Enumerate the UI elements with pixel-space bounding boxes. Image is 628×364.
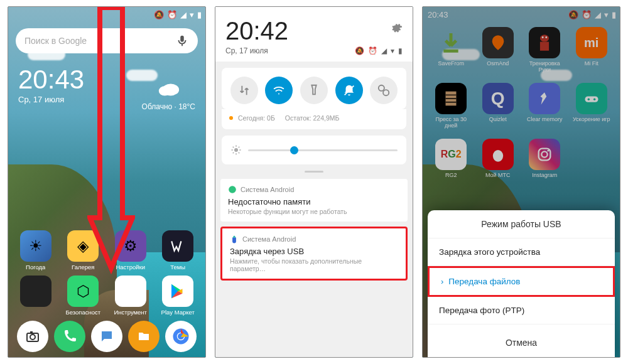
svg-point-20 [229, 186, 236, 193]
sheet-cancel-button[interactable]: Отмена [428, 328, 615, 357]
notif-body: Нажмите, чтобы показать дополнительные п… [230, 257, 398, 272]
drag-handle[interactable] [305, 171, 323, 173]
data-remaining: Остаток: 224,9МБ [285, 114, 340, 122]
app-tools[interactable]: Инструмент [108, 276, 153, 316]
weather-widget[interactable]: Облачно · 18°С [142, 80, 195, 111]
app-themes[interactable]: Темы [156, 230, 201, 270]
phone-usb-dialog: 20:43 🔕 ⏰ ◢ ▾ ▮ SaveFrom OsmAnd Трениров… [422, 6, 620, 358]
svg-line-19 [239, 147, 240, 148]
dock-phone[interactable] [54, 321, 85, 352]
chevron-right-icon: › [441, 277, 443, 286]
warning-dot-icon [229, 116, 233, 120]
silent-icon: 🔕 [154, 10, 164, 19]
status-bar: 🔕 ⏰ ◢ ▾ ▮ [8, 7, 205, 22]
alarm-icon: ⏰ [167, 10, 177, 19]
brightness-thumb[interactable] [290, 146, 298, 154]
brightness-slider[interactable] [222, 136, 406, 164]
dock-browser[interactable] [165, 321, 197, 352]
svg-point-9 [379, 85, 384, 91]
shade-time: 20:42 [225, 17, 288, 45]
sheet-title: Режим работы USB [428, 210, 615, 238]
dock-camera[interactable] [17, 321, 48, 352]
app-gallery[interactable]: ◈Галерея [61, 230, 106, 270]
usb-option-ptp[interactable]: Передача фото (PTP) [428, 297, 615, 324]
phone-notification-shade: 20:42 Ср, 17 июля 🔕⏰◢▾▮ Сегодня: 0Б Оста… [215, 6, 413, 358]
wifi-icon: ▾ [190, 10, 194, 19]
qs-flashlight[interactable] [300, 77, 328, 104]
shade-header: 20:42 Ср, 17 июля 🔕⏰◢▾▮ [215, 7, 413, 62]
svg-point-11 [234, 148, 238, 152]
android-icon [228, 185, 237, 194]
qs-screenshot[interactable] [370, 77, 398, 104]
quick-settings [222, 68, 406, 109]
settings-gear-icon[interactable] [391, 22, 403, 33]
app-grid: ☀Погода ◈Галерея ⚙Настройки Темы ⬡Безопа… [8, 230, 205, 316]
sun-icon [230, 144, 242, 156]
dock [8, 321, 205, 352]
dock-files[interactable] [128, 321, 160, 352]
notif-title: Недостаточно памяти [228, 197, 400, 206]
notif-body: Некоторые функции могут не работать [228, 208, 400, 215]
usb-option-charge[interactable]: Зарядка этого устройства [428, 238, 615, 266]
cloud-icon [156, 80, 180, 97]
app-settings[interactable]: ⚙Настройки [108, 230, 153, 270]
svg-point-1 [159, 86, 171, 95]
mic-icon[interactable] [175, 34, 189, 48]
notification-memory[interactable]: Система Android Недостаточно памяти Неко… [220, 179, 408, 222]
android-icon [230, 235, 239, 244]
svg-point-2 [30, 335, 35, 340]
svg-rect-4 [30, 331, 33, 333]
app-weather[interactable]: ☀Погода [13, 230, 58, 270]
data-today: Сегодня: 0Б [238, 114, 275, 122]
notification-usb[interactable]: Система Android Зарядка через USB Нажмит… [220, 227, 408, 281]
qs-dnd[interactable] [335, 77, 363, 104]
dock-sms[interactable] [91, 321, 122, 352]
signal-icon: ◢ [180, 10, 187, 19]
weather-text: Облачно · 18°С [142, 102, 195, 111]
svg-point-10 [383, 90, 389, 95]
usb-mode-sheet: Режим работы USB Зарядка этого устройств… [428, 210, 615, 357]
phone-homescreen: 🔕 ⏰ ◢ ▾ ▮ Поиск в Google 20:43 Ср, 17 ию… [8, 6, 206, 358]
usb-option-file-transfer[interactable]: ›Передача файлов [428, 266, 615, 297]
qs-mobile-data[interactable] [230, 77, 258, 104]
qs-wifi[interactable] [265, 77, 293, 104]
app-security[interactable]: ⬡Безопасност [61, 276, 106, 316]
svg-line-16 [233, 147, 234, 148]
svg-line-17 [239, 153, 240, 154]
data-usage-row[interactable]: Сегодня: 0Б Остаток: 224,9МБ [222, 109, 406, 129]
search-bar[interactable]: Поиск в Google [16, 28, 198, 53]
search-placeholder: Поиск в Google [24, 36, 175, 46]
app-folder[interactable] [13, 276, 58, 316]
brightness-track[interactable] [248, 149, 398, 151]
status-icons: 🔕⏰◢▾▮ [355, 46, 403, 55]
shade-date: Ср, 17 июля [225, 46, 268, 55]
battery-icon: ▮ [197, 10, 202, 19]
svg-line-18 [233, 153, 234, 154]
notif-title: Зарядка через USB [230, 247, 398, 256]
app-play[interactable]: Play Маркет [156, 276, 201, 316]
